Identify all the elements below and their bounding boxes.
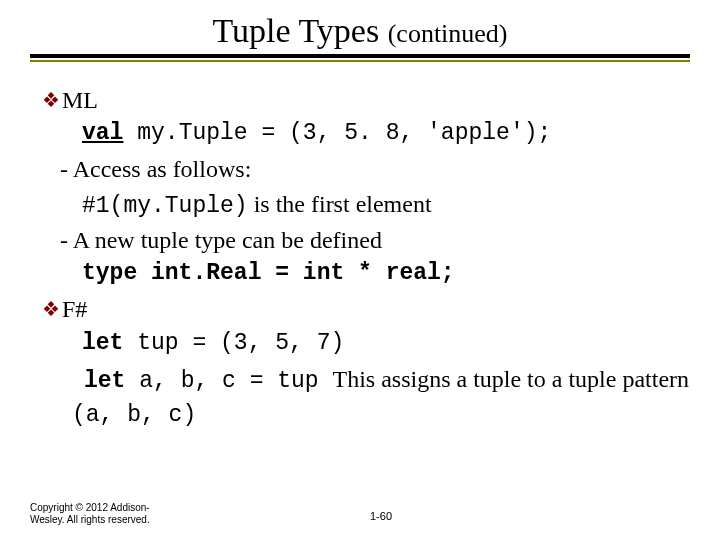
code-pattern-abc: (a, b, c) <box>72 402 196 428</box>
slide-title: Tuple Types (continued) <box>30 12 690 50</box>
sub-access: - Access as follows: <box>60 153 690 185</box>
code-let-abc-rest: a, b, c = tup <box>125 368 332 394</box>
text-assign-tail: This assigns a tuple to a tuple pattern <box>332 366 689 392</box>
line-first-element: #1(my.Tuple) is the first element <box>82 188 690 222</box>
slide-number: 1-60 <box>370 510 392 522</box>
code-type-intreal: type int.Real = int * real; <box>82 258 690 289</box>
title-continued: (continued) <box>388 19 508 48</box>
text-first-element: is the first element <box>248 191 432 217</box>
code-val-rest: my.Tuple = (3, 5. 8, 'apple'); <box>123 120 551 146</box>
rule-accent <box>30 60 690 62</box>
content-area: ❖ML val my.Tuple = (3, 5. 8, 'apple'); -… <box>30 84 690 431</box>
code-hash1: #1(my.Tuple) <box>82 193 248 219</box>
code-val-mytuple: val my.Tuple = (3, 5. 8, 'apple'); <box>82 118 690 149</box>
diamond-icon: ❖ <box>42 296 60 323</box>
copyright-footer: Copyright © 2012 Addison-Wesley. All rig… <box>30 502 170 526</box>
title-main: Tuple Types <box>212 12 387 49</box>
code-let-tup: let tup = (3, 5, 7) <box>82 328 690 359</box>
diamond-icon: ❖ <box>42 87 60 114</box>
bullet-fsharp: ❖F# <box>42 293 690 325</box>
code-let-tup-rest: tup = (3, 5, 7) <box>123 330 344 356</box>
sub-newtype: - A new tuple type can be defined <box>60 224 690 256</box>
keyword-let-2: let <box>84 368 125 394</box>
bullet-fsharp-label: F# <box>62 296 87 322</box>
keyword-let-1: let <box>82 330 123 356</box>
keyword-val: val <box>82 120 123 146</box>
bullet-ml-label: ML <box>62 87 98 113</box>
bullet-ml: ❖ML <box>42 84 690 116</box>
rule-top <box>30 54 690 58</box>
line-assign: let a, b, c = tup This assigns a tuple t… <box>72 363 690 431</box>
